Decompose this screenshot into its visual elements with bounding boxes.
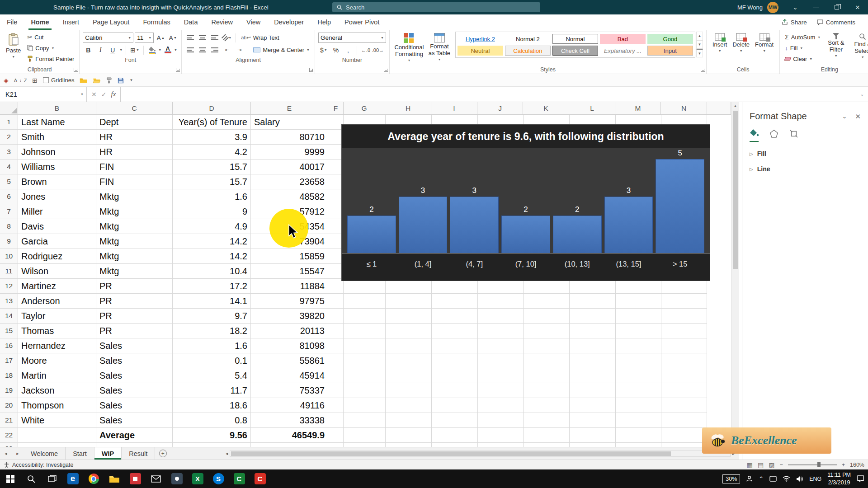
cell-tenure[interactable]: 9.7 [173,309,251,323]
dialog-launcher-icon[interactable] [309,68,313,72]
tab-file[interactable]: File [0,14,24,30]
column-header-m[interactable]: M [615,102,661,114]
cell-last-name[interactable]: Thomas [18,324,96,338]
comma-style-button[interactable]: , [343,45,354,56]
cell-d22[interactable]: 9.56 [173,428,251,442]
avatar[interactable]: MW [767,2,778,13]
size-properties-tab[interactable] [789,130,798,142]
cell-salary[interactable]: 55861 [251,353,328,368]
cell-salary[interactable]: 15859 [251,249,328,263]
dialog-launcher-icon[interactable] [176,68,180,72]
name-box[interactable]: K21 ▼ [0,87,87,102]
cell-salary[interactable]: 33338 [251,413,328,427]
cell-style-calculation[interactable]: Calculation [505,46,551,56]
cut-button[interactable]: ✂Cut [25,32,76,42]
cell-tenure[interactable]: 15.7 [173,160,251,174]
row-number[interactable]: 5 [0,174,18,189]
format-cells-button[interactable]: Format ▼ [752,32,776,54]
clock[interactable]: 11:11 PM 2/3/2019 [827,471,851,486]
comments-button[interactable]: Comments [817,19,855,26]
gridlines-toggle[interactable]: Gridlines [43,77,74,84]
cell-dept[interactable]: Sales [96,383,173,398]
zoom-slider[interactable] [788,464,837,465]
cell-f[interactable] [328,413,344,427]
row-number[interactable]: 3 [0,145,18,159]
cell-salary[interactable]: 80710 [251,130,328,144]
fill-color-button[interactable] [147,45,157,56]
horizontal-scrollbar[interactable]: ◄ ► [225,450,736,457]
format-as-table-button[interactable]: Format as Table ▼ [425,32,453,63]
column-header-j[interactable]: J [477,102,523,114]
cell-last-name[interactable]: Miller [18,204,96,219]
close-button[interactable]: ✕ [847,0,868,14]
cell-dept[interactable]: PR [96,294,173,308]
store-app-icon[interactable] [125,469,146,488]
quick-analysis-icon[interactable]: ◈ [4,77,9,84]
align-middle-button[interactable] [197,33,208,43]
user-name[interactable]: MF Wong [737,4,763,11]
cell-f[interactable] [328,353,344,368]
chart-bar[interactable] [501,216,550,253]
effects-tab[interactable] [769,130,778,142]
chart-bar[interactable] [656,159,704,253]
column-header-d[interactable]: D [173,102,251,114]
cell-b1[interactable]: Last Name [18,115,96,129]
cell-salary[interactable]: 81098 [251,338,328,353]
font-color-button[interactable]: A [163,45,173,56]
cell-tenure[interactable]: 18.6 [173,398,251,413]
cell-style-input[interactable]: Input [647,46,693,56]
chart-bar[interactable] [347,216,396,253]
cell-d1[interactable]: Year(s) of Tenure [173,115,251,129]
pen-tablet-icon[interactable] [769,476,777,482]
column-header-i[interactable]: I [431,102,477,114]
cell-dept[interactable]: Sales [96,338,173,353]
row-number[interactable]: 13 [0,294,18,308]
cell-last-name[interactable]: Moore [18,353,96,368]
row-number[interactable]: 7 [0,204,18,219]
delete-cells-button[interactable]: Delete ▼ [730,32,752,54]
cell-style-bad[interactable]: Bad [600,34,646,44]
select-all-corner[interactable] [0,102,18,114]
cell-style-neutral[interactable]: Neutral [458,46,503,56]
cancel-icon[interactable]: ✕ [91,91,97,98]
dialog-launcher-icon[interactable] [701,68,705,72]
page-break-view-icon[interactable]: ▨ [769,461,774,469]
number-format-combo[interactable]: General▼ [318,33,386,43]
cell-dept[interactable]: HR [96,145,173,159]
row-number[interactable]: 18 [0,368,18,383]
zoom-out-button[interactable]: − [779,462,783,468]
cell-d23[interactable] [173,443,251,447]
column-header-k[interactable]: K [523,102,569,114]
scroll-left-icon[interactable]: ◄ [225,451,229,456]
cell-style-normal2[interactable]: Normal 2 [505,34,551,44]
cell-style-check-cell[interactable]: Check Cell [552,46,598,56]
wrap-text-button[interactable]: ab↩Wrap Text [239,33,281,43]
cell-f[interactable] [328,309,344,323]
tab-data[interactable]: Data [177,14,205,30]
cell-dept[interactable]: Mktg [96,204,173,219]
cell-tenure[interactable]: 15.7 [173,174,251,189]
red-c-app-icon[interactable]: C [250,469,270,488]
row-number[interactable]: 1 [0,115,18,129]
speaker-icon[interactable] [796,476,803,482]
cell-c23[interactable] [96,443,173,447]
cell-salary[interactable]: 23658 [251,174,328,189]
cell-tenure[interactable]: 14.1 [173,294,251,308]
panel-options-chevron-icon[interactable]: ⌄ [842,113,847,120]
column-header-h[interactable]: H [385,102,431,114]
cell-last-name[interactable]: Smith [18,130,96,144]
row-number[interactable]: 12 [0,279,18,293]
cell-dept[interactable]: Mktg [96,219,173,234]
cell-style-explanatory[interactable]: Explanatory ... [600,46,646,56]
cell-tenure[interactable]: 14.2 [173,234,251,249]
cell-tenure[interactable]: 14.2 [173,249,251,263]
scroll-up-icon[interactable]: ▲ [731,102,739,110]
start-button[interactable] [0,469,21,488]
tab-developer[interactable]: Developer [267,14,311,30]
cell-f[interactable] [328,338,344,353]
cell-tenure[interactable]: 0.8 [173,413,251,427]
new-folder-button[interactable] [80,77,87,84]
align-top-button[interactable] [185,33,196,43]
task-view-button[interactable] [42,469,62,488]
battery-indicator[interactable]: 30% [722,474,740,483]
